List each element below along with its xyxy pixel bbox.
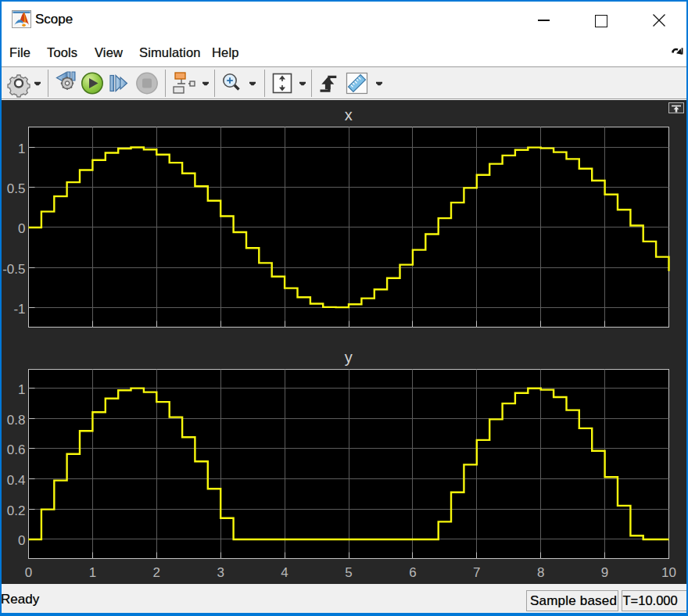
svg-text:x: x xyxy=(345,106,353,124)
svg-text:2: 2 xyxy=(153,565,160,580)
svg-text:y: y xyxy=(345,349,353,366)
svg-text:6: 6 xyxy=(409,565,416,580)
svg-text:1: 1 xyxy=(18,141,25,156)
svg-text:0.8: 0.8 xyxy=(7,413,26,428)
svg-text:1: 1 xyxy=(89,565,96,580)
svg-text:9: 9 xyxy=(601,565,608,580)
svg-text:5: 5 xyxy=(345,565,352,580)
svg-text:10: 10 xyxy=(661,565,676,580)
svg-text:-1: -1 xyxy=(13,302,25,317)
svg-text:-0.5: -0.5 xyxy=(2,262,25,277)
svg-text:0.2: 0.2 xyxy=(7,503,26,518)
svg-text:0.6: 0.6 xyxy=(7,442,26,457)
svg-text:7: 7 xyxy=(473,565,480,580)
svg-text:0: 0 xyxy=(25,565,32,580)
svg-text:0: 0 xyxy=(18,221,25,236)
svg-text:8: 8 xyxy=(537,565,544,580)
svg-text:3: 3 xyxy=(217,565,224,580)
svg-text:0.4: 0.4 xyxy=(7,473,26,488)
svg-text:0: 0 xyxy=(18,533,25,548)
svg-text:4: 4 xyxy=(281,565,288,580)
svg-text:0.5: 0.5 xyxy=(7,181,26,196)
svg-text:1: 1 xyxy=(18,382,25,397)
